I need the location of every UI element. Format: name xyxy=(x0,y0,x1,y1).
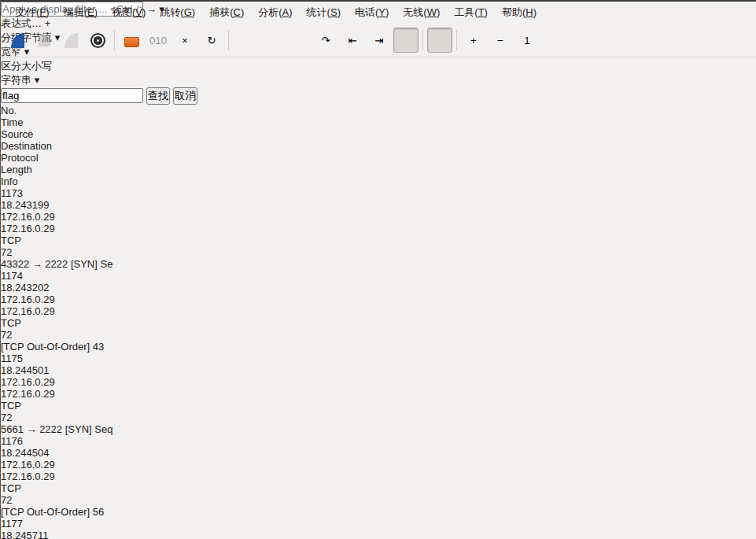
menu-telephony[interactable]: 电话(Y) xyxy=(348,2,396,23)
colorize-button[interactable] xyxy=(427,28,452,53)
first-packet-button[interactable]: ⇤ xyxy=(340,28,365,53)
close-file-icon: × xyxy=(182,35,188,46)
find-button[interactable]: 查找 xyxy=(146,87,171,105)
zoom-out-button[interactable]: − xyxy=(488,28,513,53)
cell-l: 72 xyxy=(1,246,756,258)
cell-i: [TCP Out-Of-Order] 43 xyxy=(1,341,756,353)
start-capture-icon xyxy=(11,33,24,48)
cell-i: 43322 → 2222 [SYN] Se xyxy=(1,258,756,270)
packet-row-1175[interactable]: 117518.244501172.16.0.29172.16.0.29TCP72… xyxy=(1,353,756,435)
cell-p: TCP xyxy=(1,482,756,494)
toolbar-separator xyxy=(422,30,423,50)
last-packet-button[interactable]: ⇥ xyxy=(367,28,392,53)
cell-d: 172.16.0.29 xyxy=(1,471,756,482)
restart-capture-button[interactable] xyxy=(58,28,83,53)
column-header-source[interactable]: Source xyxy=(1,128,756,140)
cell-t: 18.245711 xyxy=(1,530,756,539)
zoom-100-button[interactable]: 1 xyxy=(514,28,540,53)
packet-row-1174[interactable]: 117418.243202172.16.0.29172.16.0.29TCP72… xyxy=(1,270,756,353)
packet-list-pane: No.TimeSourceDestinationProtocolLengthIn… xyxy=(1,105,756,539)
stop-capture-icon xyxy=(39,35,50,46)
next-packet-button[interactable] xyxy=(286,28,312,53)
capture-options-button[interactable] xyxy=(85,28,110,53)
zoom-100-icon: 1 xyxy=(524,35,529,46)
column-header-length[interactable]: Length xyxy=(1,164,756,175)
open-file-button[interactable] xyxy=(119,28,144,53)
column-header-protocol[interactable]: Protocol xyxy=(1,152,756,164)
resize-columns-button[interactable] xyxy=(541,28,566,53)
menu-help[interactable]: 帮助(H) xyxy=(495,2,544,23)
packet-list: No.TimeSourceDestinationProtocolLengthIn… xyxy=(1,105,756,539)
menu-bar: 文件(F)编辑(E)视图(V)跳转(G)捕获(C)分析(A)统计(S)电话(Y)… xyxy=(1,2,756,24)
cell-s: 172.16.0.29 xyxy=(1,211,756,223)
goto-packet-button[interactable]: ↷ xyxy=(313,28,338,53)
save-file-icon: 010 xyxy=(149,35,167,46)
cell-s: 172.16.0.29 xyxy=(1,459,756,471)
cell-n: 1175 xyxy=(1,353,756,364)
cell-p: TCP xyxy=(1,400,756,412)
save-file-button[interactable]: 010 xyxy=(146,28,171,53)
cell-p: TCP xyxy=(1,234,756,246)
column-header-info[interactable]: Info xyxy=(1,175,756,187)
last-packet-icon: ⇥ xyxy=(374,35,383,46)
cell-l: 72 xyxy=(1,412,756,423)
cancel-button[interactable]: 取消 xyxy=(173,87,197,105)
toolbar-separator xyxy=(228,30,229,50)
menu-tools[interactable]: 工具(T) xyxy=(447,2,495,23)
capture-options-icon xyxy=(94,36,102,45)
cell-t: 18.243202 xyxy=(1,282,756,293)
menu-statistics[interactable]: 统计(S) xyxy=(300,2,348,23)
start-capture-button[interactable] xyxy=(5,28,30,53)
cell-n: 1174 xyxy=(1,270,756,282)
cell-d: 172.16.0.29 xyxy=(1,223,756,234)
zoom-out-icon: − xyxy=(497,35,503,46)
packet-row-1177[interactable]: 117718.245711172.16.0.29172.16.0.29TCP72… xyxy=(1,518,756,539)
menu-file[interactable]: 文件(F) xyxy=(9,2,57,23)
cell-n: 1177 xyxy=(1,518,756,530)
cell-t: 18.244504 xyxy=(1,447,756,459)
cell-n: 1176 xyxy=(1,435,756,447)
search-input[interactable] xyxy=(1,88,143,103)
menu-edit[interactable]: 编辑(E) xyxy=(57,2,105,23)
close-file-button[interactable]: × xyxy=(172,28,197,53)
menu-go[interactable]: 跳转(G) xyxy=(153,2,202,23)
stop-capture-button[interactable] xyxy=(31,28,57,53)
zoom-in-button[interactable]: + xyxy=(461,28,486,53)
goto-packet-icon: ↷ xyxy=(321,35,330,46)
chevron-down-icon: ▾ xyxy=(35,74,40,86)
zoom-in-icon: + xyxy=(470,35,477,46)
column-header-no[interactable]: No. xyxy=(1,105,756,116)
menu-analyze[interactable]: 分析(A) xyxy=(251,2,299,23)
cell-n: 1173 xyxy=(1,187,756,199)
cell-d: 172.16.0.29 xyxy=(1,305,756,317)
column-header-destination[interactable]: Destination xyxy=(1,140,756,152)
cell-i: 5661 → 2222 [SYN] Seq xyxy=(1,423,756,435)
toolbar-separator xyxy=(456,30,457,50)
main-toolbar: 010×↻↷⇤⇥+−1 xyxy=(1,24,756,57)
cell-s: 172.16.0.29 xyxy=(1,376,756,388)
menu-view[interactable]: 视图(V) xyxy=(105,2,153,23)
open-file-icon xyxy=(124,37,139,47)
first-packet-icon: ⇤ xyxy=(348,35,356,46)
packet-row-1173[interactable]: 117318.243199172.16.0.29172.16.0.29TCP72… xyxy=(1,187,756,270)
packet-list-header[interactable]: No.TimeSourceDestinationProtocolLengthIn… xyxy=(1,105,756,187)
auto-scroll-button[interactable] xyxy=(393,28,419,53)
packet-row-1176[interactable]: 117618.244504172.16.0.29172.16.0.29TCP72… xyxy=(1,435,756,518)
reload-file-button[interactable]: ↻ xyxy=(199,28,224,53)
cell-l: 72 xyxy=(1,329,756,341)
menu-wireless[interactable]: 无线(W) xyxy=(396,2,447,23)
case-sensitive-label: 区分大小写 xyxy=(1,60,52,72)
cell-d: 172.16.0.29 xyxy=(1,388,756,400)
case-sensitive-checkbox[interactable]: 区分大小写 xyxy=(1,59,756,73)
reload-file-icon: ↻ xyxy=(207,35,216,46)
search-type-select[interactable]: 字符串 ▾ xyxy=(1,73,756,87)
find-packet-button[interactable] xyxy=(233,28,258,53)
previous-packet-button[interactable] xyxy=(260,28,285,53)
restart-capture-icon xyxy=(65,33,78,48)
menu-capture[interactable]: 捕获(C) xyxy=(202,2,251,23)
column-header-time[interactable]: Time xyxy=(1,116,756,128)
cell-s: 172.16.0.29 xyxy=(1,293,756,305)
wireshark-window: 文件(F)编辑(E)视图(V)跳转(G)捕获(C)分析(A)统计(S)电话(Y)… xyxy=(0,0,756,539)
cell-i: [TCP Out-Of-Order] 56 xyxy=(1,506,756,518)
cell-p: TCP xyxy=(1,317,756,329)
